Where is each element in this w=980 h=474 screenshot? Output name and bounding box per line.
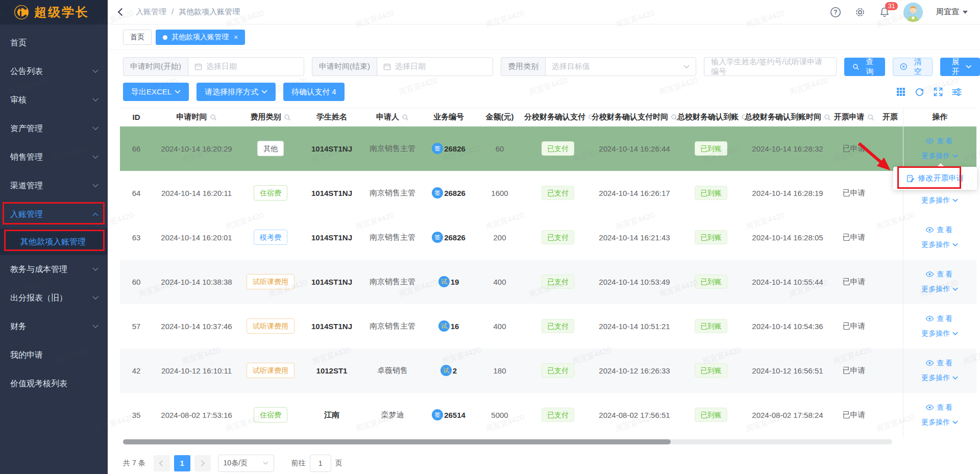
fee-category-tag: 住宿费 xyxy=(254,407,287,422)
column-header-ID[interactable]: ID xyxy=(120,108,153,127)
fullscreen-icon[interactable] xyxy=(934,87,943,96)
sidebar-item-资产管理[interactable]: 资产管理 xyxy=(0,114,108,143)
keyword-input[interactable]: 输入学生姓名/签约号/试听课申请编号 xyxy=(704,57,837,76)
cell-pay-time: 2024-10-14 16:26:44 xyxy=(592,127,677,171)
column-header-分校财务确认支付时间[interactable]: 分校财务确认支付时间 xyxy=(592,108,677,127)
column-header-金额(元)[interactable]: 金额(元) xyxy=(475,108,524,127)
view-button[interactable]: 查看 xyxy=(925,403,954,412)
start-date-label: 申请时间(开始) xyxy=(123,57,188,76)
grid-view-icon[interactable] xyxy=(896,87,905,96)
more-actions-button[interactable]: 更多操作 xyxy=(921,329,958,338)
export-excel-button[interactable]: 导出EXCEL xyxy=(123,83,189,101)
start-date-input[interactable]: 选择日期 xyxy=(188,57,304,76)
column-header-申请人[interactable]: 申请人 xyxy=(363,108,422,127)
cell-invoice-status: 已申请 xyxy=(830,127,877,171)
sidebar-item-入账管理[interactable]: 入账管理 xyxy=(0,200,108,229)
sidebar-item-教务与成本管理[interactable]: 教务与成本管理 xyxy=(0,255,108,284)
back-chevron-icon[interactable] xyxy=(118,8,126,16)
more-actions-button[interactable]: 更多操作 xyxy=(921,240,958,250)
column-header-操作[interactable]: 操作 xyxy=(903,108,976,127)
tab-home[interactable]: 首页 xyxy=(123,30,152,45)
search-icon xyxy=(402,114,409,121)
view-button[interactable]: 查看 xyxy=(925,359,954,368)
table-row-64[interactable]: 642024-10-14 16:20:11住宿费1014ST1NJ南京销售主管签… xyxy=(120,171,976,215)
view-button[interactable]: 查看 xyxy=(925,314,954,323)
goto-page-input[interactable]: 1 xyxy=(310,455,331,472)
current-page[interactable]: 1 xyxy=(174,455,190,471)
cell-pay-status: 已支付 xyxy=(524,215,592,260)
user-menu[interactable]: 周宜宣 xyxy=(936,7,968,17)
more-actions-button[interactable]: 更多操作 xyxy=(921,152,958,161)
fee-type-select[interactable]: 选择目标值 xyxy=(545,57,696,76)
more-actions-button[interactable]: 更多操作 xyxy=(921,418,958,427)
help-icon[interactable]: ? xyxy=(830,7,841,18)
next-page-button[interactable] xyxy=(194,455,211,471)
table-row-35[interactable]: 352024-08-02 17:53:16住宿费江南栾梦迪签265145000已… xyxy=(120,393,976,437)
pay-status-tag: 已支付 xyxy=(542,275,574,289)
table-row-60[interactable]: 602024-10-14 10:38:38试听课费用1014ST1NJ南京销售主… xyxy=(120,260,976,304)
sidebar-item-审核[interactable]: 审核 xyxy=(0,86,108,114)
sidebar-item-我的申请[interactable]: 我的申请 xyxy=(0,341,108,369)
cell-amount: 1600 xyxy=(475,171,524,215)
fee-type-label: 费用类别 xyxy=(501,57,545,76)
clear-button[interactable]: 清空 xyxy=(893,58,932,76)
more-actions-button[interactable]: 更多操作 xyxy=(921,373,958,383)
view-button[interactable]: 查看 xyxy=(925,226,954,235)
column-header-费用类别[interactable]: 费用类别 xyxy=(240,108,301,127)
sidebar-item-渠道管理[interactable]: 渠道管理 xyxy=(0,171,108,200)
page-size-select[interactable]: 10条/页 xyxy=(218,455,274,472)
sort-select-button[interactable]: 请选择排序方式 xyxy=(197,83,276,101)
prev-page-button[interactable] xyxy=(154,455,170,471)
row-actions: 查看更多操作 xyxy=(903,226,977,250)
cell-apply-time: 2024-10-12 16:10:11 xyxy=(153,348,240,393)
table-row-63[interactable]: 632024-10-14 16:20:01模考费1014ST1NJ南京销售主管签… xyxy=(120,215,976,260)
query-button[interactable]: 查询 xyxy=(844,58,885,76)
column-header-开票[interactable]: 开票 xyxy=(877,108,903,127)
table-row-57[interactable]: 572024-10-14 10:37:46试听课费用1014ST1NJ南京销售主… xyxy=(120,304,976,348)
sidebar-item-首页[interactable]: 首页 xyxy=(0,29,108,57)
sidebar-item-公告列表[interactable]: 公告列表 xyxy=(0,57,108,86)
column-header-业务编号[interactable]: 业务编号 xyxy=(422,108,475,127)
more-actions-button[interactable]: 更多操作 xyxy=(921,196,958,205)
horizontal-scrollbar-thumb[interactable] xyxy=(123,439,671,444)
bell-icon[interactable]: 31 xyxy=(879,7,890,18)
expand-button[interactable]: 展开 xyxy=(940,58,980,76)
column-filter-icon[interactable] xyxy=(952,88,962,96)
tab-close-icon[interactable]: × xyxy=(234,33,238,41)
avatar[interactable] xyxy=(903,3,923,22)
cell-pay-status: 已支付 xyxy=(524,127,592,171)
column-header-label: 分校财务确认支付 xyxy=(524,112,585,122)
gear-icon[interactable] xyxy=(854,7,866,18)
table-area: ID申请时间费用类别学生姓名申请人业务编号金额(元)分校财务确认支付分校财务确认… xyxy=(108,108,980,444)
chevron-down-icon xyxy=(683,65,690,69)
sidebar-item-财务[interactable]: 财务 xyxy=(0,312,108,341)
column-header-开票申请[interactable]: 开票申请 xyxy=(830,108,877,127)
tab-other-income[interactable]: 其他款项入账管理 × xyxy=(156,30,245,45)
cell-biz-no: 试16 xyxy=(422,304,475,348)
view-button[interactable]: 查看 xyxy=(925,137,954,146)
cell-category: 试听课费用 xyxy=(240,304,301,348)
pending-pay-button[interactable]: 待确认支付 4 xyxy=(283,83,345,101)
column-header-学生姓名[interactable]: 学生姓名 xyxy=(301,108,363,127)
biz-type-badge-icon: 试 xyxy=(438,276,450,287)
sidebar-item-出分报表（旧）[interactable]: 出分报表（旧） xyxy=(0,284,108,312)
sidebar-item-label: 我的申请 xyxy=(10,350,43,361)
view-button[interactable]: 查看 xyxy=(925,270,954,279)
cell-arrive-status: 已到账 xyxy=(677,215,745,260)
end-date-input[interactable]: 选择日期 xyxy=(377,57,493,76)
sidebar-item-销售管理[interactable]: 销售管理 xyxy=(0,143,108,171)
refresh-icon[interactable] xyxy=(915,87,924,97)
table-row-66[interactable]: 662024-10-14 16:20:29其他1014ST1NJ南京销售主管签2… xyxy=(120,127,976,171)
column-header-总校财务确认到账[interactable]: 总校财务确认到账 xyxy=(677,108,745,127)
sidebar-item-价值观考核列表[interactable]: 价值观考核列表 xyxy=(0,369,108,398)
fee-category-tag: 住宿费 xyxy=(254,185,287,201)
more-actions-popup[interactable]: 修改开票申请 xyxy=(893,167,977,190)
breadcrumb-parent[interactable]: 入账管理 xyxy=(136,7,166,17)
user-name: 周宜宣 xyxy=(936,7,959,17)
column-header-总校财务确认到账时间[interactable]: 总校财务确认到账时间 xyxy=(745,108,830,127)
sidebar-item-其他款项入账管理[interactable]: 其他款项入账管理 xyxy=(0,229,108,255)
more-actions-button[interactable]: 更多操作 xyxy=(921,285,958,294)
column-header-分校财务确认支付[interactable]: 分校财务确认支付 xyxy=(524,108,592,127)
column-header-申请时间[interactable]: 申请时间 xyxy=(153,108,240,127)
table-row-42[interactable]: 422024-10-12 16:10:11试听课费用1012ST1卓薇销售试21… xyxy=(120,348,976,393)
